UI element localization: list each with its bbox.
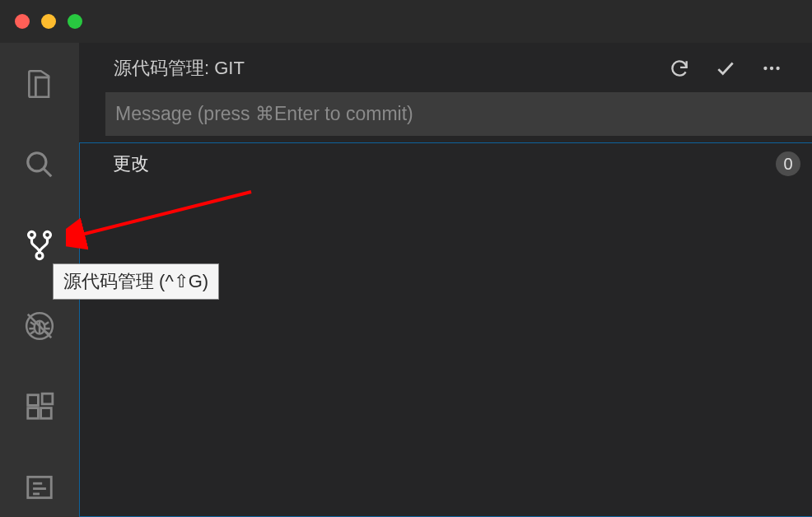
panel-title: 源代码管理: GIT [114,56,245,81]
refresh-icon[interactable] [669,58,690,79]
source-control-icon[interactable] [23,229,56,262]
svg-line-12 [30,331,35,333]
commit-icon[interactable] [715,58,736,79]
svg-point-3 [44,231,51,238]
svg-point-24 [770,67,773,70]
titlebar [0,0,812,43]
svg-rect-18 [42,394,53,404]
extensions-icon[interactable] [23,390,56,423]
svg-point-0 [28,153,46,171]
svg-line-9 [44,322,49,324]
svg-rect-17 [41,408,52,419]
svg-point-25 [776,67,779,70]
svg-point-4 [36,253,43,259]
svg-point-23 [763,67,767,70]
svg-line-8 [30,322,35,324]
other-panel-icon[interactable] [23,471,56,504]
changes-label: 更改 [113,151,149,176]
source-control-tooltip: 源代码管理 (^⇧G) [53,263,219,300]
svg-point-2 [29,231,35,238]
debug-icon[interactable] [23,310,56,342]
commit-message-input[interactable] [105,92,812,136]
window-close-button[interactable] [15,14,30,29]
window-maximize-button[interactable] [68,14,82,29]
more-actions-icon[interactable] [761,58,782,79]
window-minimize-button[interactable] [41,14,56,29]
svg-rect-15 [28,395,39,406]
changes-section[interactable]: 更改 0 [79,142,812,517]
search-icon[interactable] [23,148,56,181]
svg-line-1 [44,169,52,177]
svg-rect-16 [28,408,39,419]
changes-count-badge: 0 [776,151,800,176]
explorer-icon[interactable] [23,68,56,100]
